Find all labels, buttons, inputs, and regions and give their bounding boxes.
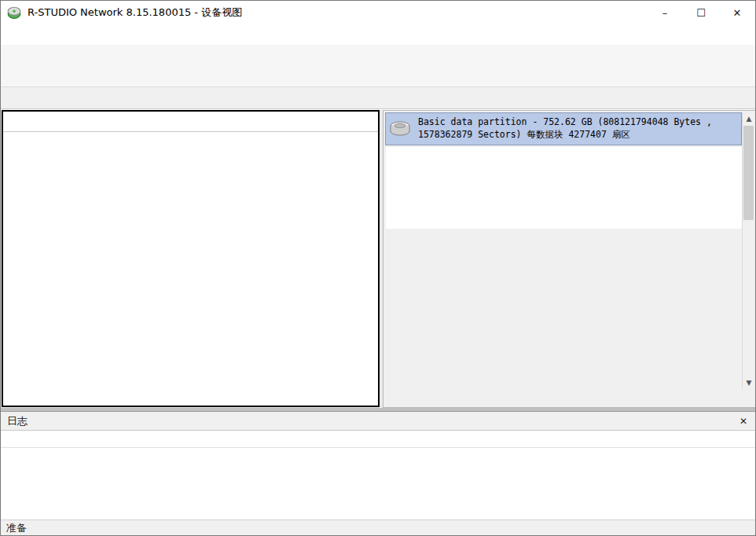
scan-block-map[interactable]	[386, 147, 743, 229]
view-tab-strip	[1, 87, 755, 109]
status-bar: 准备	[1, 519, 756, 536]
log-close-icon[interactable]: ✕	[736, 414, 750, 428]
close-button[interactable]: ✕	[719, 1, 755, 24]
status-text: 准备	[6, 521, 27, 535]
maximize-button[interactable]: ☐	[683, 1, 719, 24]
log-title: 日志	[7, 414, 736, 428]
scan-legend	[388, 230, 742, 387]
device-table-header	[3, 112, 378, 132]
app-window: R-STUDIO Network 8.15.180015 - 设备视图 – ☐ …	[0, 0, 756, 536]
scroll-up-icon[interactable]: ▲	[743, 112, 755, 125]
scan-scrollbar[interactable]: ▲ ▼	[742, 112, 754, 389]
scroll-down-icon[interactable]: ▼	[743, 376, 755, 389]
menu-bar	[1, 24, 755, 45]
log-header	[1, 431, 756, 448]
log-title-bar: 日志 ✕	[1, 412, 756, 431]
partition-summary-text: Basic data partition - 752.62 GB (808121…	[418, 116, 738, 141]
main-area: Basic data partition - 752.62 GB (808121…	[1, 110, 756, 408]
scroll-thumb[interactable]	[743, 126, 754, 220]
window-title: R-STUDIO Network 8.15.180015 - 设备视图	[28, 6, 242, 20]
device-tree-panel	[2, 110, 380, 407]
app-icon	[7, 6, 21, 20]
drive-icon	[389, 120, 413, 138]
toolbar	[1, 45, 755, 87]
log-panel: 日志 ✕	[1, 411, 756, 519]
title-bar: R-STUDIO Network 8.15.180015 - 设备视图 – ☐ …	[1, 1, 755, 24]
minimize-button[interactable]: –	[647, 1, 683, 24]
scan-info-panel: Basic data partition - 752.62 GB (808121…	[383, 110, 756, 408]
partition-summary: Basic data partition - 752.62 GB (808121…	[385, 112, 742, 145]
